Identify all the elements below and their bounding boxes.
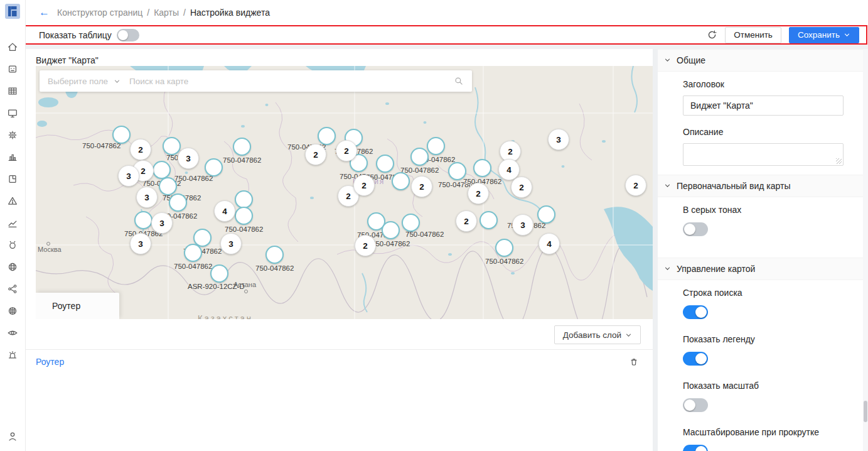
resize-grip-icon[interactable] <box>836 158 842 164</box>
eye-icon[interactable] <box>7 327 18 339</box>
field-select[interactable]: Выберите поле <box>40 77 129 86</box>
globe-grid-icon[interactable] <box>7 305 18 317</box>
map-point-marker[interactable] <box>480 211 498 229</box>
user-icon[interactable] <box>7 431 18 442</box>
map-point-marker[interactable] <box>376 155 394 173</box>
toggle-knob <box>695 307 707 318</box>
map-cluster-marker[interactable]: 3 <box>136 187 158 208</box>
page-background-strip <box>25 45 868 49</box>
map-cluster-marker[interactable]: 3 <box>118 165 139 187</box>
map-point-marker[interactable] <box>163 137 181 155</box>
map-search-input[interactable]: Поиск на карте <box>129 77 454 86</box>
map-point-marker[interactable] <box>382 221 400 239</box>
map-point-marker[interactable] <box>235 207 253 225</box>
share-nodes-icon[interactable] <box>7 283 18 295</box>
scroll-zoom-toggle[interactable] <box>683 445 708 451</box>
map-point-marker[interactable] <box>410 148 429 166</box>
save-button[interactable]: Сохранить <box>789 27 859 43</box>
map-point-marker[interactable] <box>318 127 336 145</box>
layer-link[interactable]: Роутер <box>36 357 64 367</box>
map-point-marker[interactable] <box>169 193 187 212</box>
map-cluster-marker[interactable]: 3 <box>130 233 151 254</box>
map-city-dot <box>244 290 248 293</box>
map-cluster-marker[interactable]: 2 <box>468 183 489 204</box>
cancel-button[interactable]: Отменить <box>725 27 781 43</box>
panel-scrollbar[interactable] <box>863 49 868 451</box>
map-cluster-marker[interactable]: 2 <box>336 140 357 161</box>
title-input[interactable]: Виджет "Карта" <box>683 95 844 116</box>
map-point-marker[interactable] <box>184 244 202 262</box>
show-scale-toggle[interactable] <box>683 398 708 412</box>
section-header-0[interactable]: Общие <box>658 49 868 72</box>
panel-section: Управление картойСтрока поискаПоказать л… <box>658 258 868 451</box>
map-cluster-marker[interactable]: 2 <box>355 235 376 256</box>
search-row-toggle[interactable] <box>683 305 708 319</box>
globe-icon[interactable] <box>7 261 18 273</box>
map-cluster-marker[interactable]: 2 <box>456 210 477 232</box>
map-cluster-marker[interactable]: 2 <box>130 139 151 160</box>
map-point-marker[interactable] <box>427 137 445 155</box>
map-cluster-marker[interactable]: 2 <box>305 144 326 165</box>
bar-chart-icon[interactable] <box>7 151 18 163</box>
toggle-knob <box>695 353 707 364</box>
show-table-toggle[interactable] <box>117 29 139 41</box>
map-cluster-marker[interactable]: 2 <box>353 175 375 196</box>
back-arrow-icon[interactable]: ← <box>39 6 50 19</box>
map-canvas[interactable]: 750-047862750-0478750-047862750-04786275… <box>36 66 653 319</box>
map-cluster-marker[interactable]: 2 <box>625 175 646 196</box>
monitor-icon[interactable] <box>7 107 18 119</box>
map-point-marker[interactable] <box>134 211 153 229</box>
siren-icon[interactable] <box>7 349 18 361</box>
map-point-marker[interactable] <box>495 239 513 257</box>
show-legend-toggle[interactable] <box>683 352 708 366</box>
map-cluster-marker[interactable]: 3 <box>548 129 569 150</box>
map-city-dot <box>46 242 50 246</box>
map-cluster-marker[interactable]: 3 <box>151 212 173 234</box>
map-point-marker[interactable] <box>392 172 410 190</box>
settings-gear-icon[interactable] <box>7 129 18 141</box>
marker-label: 750-047862 <box>400 166 439 174</box>
file-icon[interactable] <box>7 173 18 185</box>
map-point-marker[interactable] <box>537 205 555 224</box>
android-robot-icon[interactable] <box>7 239 18 251</box>
map-point-marker[interactable] <box>159 177 177 195</box>
map-cluster-marker[interactable]: 3 <box>178 148 199 169</box>
map-point-marker[interactable] <box>448 162 466 180</box>
section-header-2[interactable]: Управление картой <box>658 258 868 280</box>
map-cluster-marker[interactable]: 3 <box>512 214 533 236</box>
grayscale-toggle[interactable] <box>683 222 708 236</box>
panel-scrollbar-thumb[interactable] <box>864 401 867 422</box>
legend-tab[interactable]: Роутер <box>36 293 119 319</box>
toggle-field: Показать масштаб <box>683 381 844 412</box>
table-icon[interactable] <box>7 85 18 97</box>
app-logo[interactable] <box>5 4 20 19</box>
map-point-marker[interactable] <box>112 126 131 144</box>
trash-icon[interactable] <box>629 357 639 367</box>
map-cluster-marker[interactable]: 2 <box>411 176 432 197</box>
section-header-1[interactable]: Первоначальный вид карты <box>658 175 868 197</box>
home-icon[interactable] <box>7 41 18 53</box>
map-point-marker[interactable] <box>235 190 253 209</box>
add-layer-button[interactable]: Добавить слой <box>554 325 641 344</box>
map-cluster-marker[interactable]: 3 <box>220 233 242 254</box>
legend-tab-label: Роутер <box>52 301 80 311</box>
refresh-icon[interactable] <box>707 30 717 40</box>
map-cluster-marker[interactable]: 2 <box>511 177 532 198</box>
map-point-marker[interactable] <box>233 138 251 156</box>
breadcrumb-maps[interactable]: Карты <box>154 8 179 18</box>
map-point-marker[interactable] <box>473 159 491 177</box>
breadcrumb-page-builder[interactable]: Конструктор страниц <box>57 8 142 18</box>
search-icon[interactable] <box>454 76 464 86</box>
map-point-marker[interactable] <box>265 246 284 264</box>
settings-panel: ОбщиеЗаголовокВиджет "Карта"ОписаниеПерв… <box>658 49 868 451</box>
description-textarea[interactable] <box>683 143 844 166</box>
bot-face-icon[interactable] <box>7 63 18 75</box>
map-point-marker[interactable] <box>205 158 223 177</box>
map-point-marker[interactable] <box>153 161 171 179</box>
map-cluster-marker[interactable]: 4 <box>214 200 235 222</box>
map-point-marker[interactable] <box>402 214 420 232</box>
map-point-marker[interactable] <box>210 264 228 283</box>
warning-triangle-icon[interactable] <box>7 195 18 207</box>
line-chart-icon[interactable] <box>7 217 18 229</box>
map-cluster-marker[interactable]: 4 <box>538 233 560 254</box>
